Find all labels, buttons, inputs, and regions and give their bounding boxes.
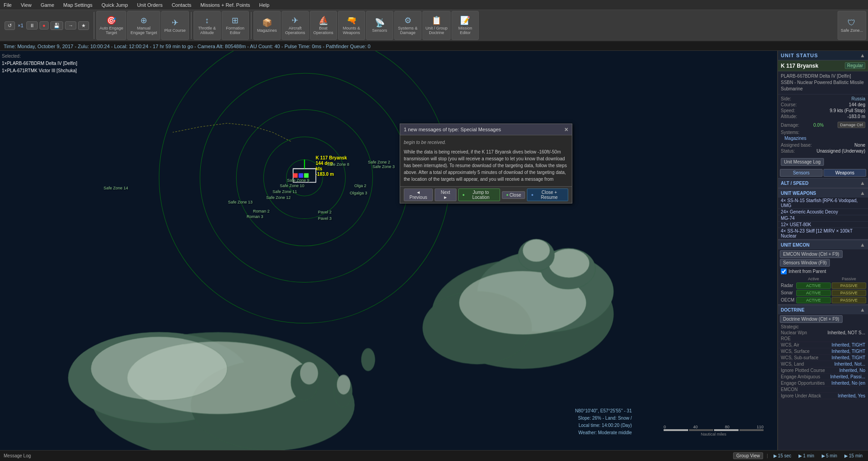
weapons-tab[interactable]: Weapons <box>823 169 866 177</box>
menu-help[interactable]: Help <box>257 2 271 8</box>
sensors-window-button[interactable]: Sensors Window (F9) <box>780 259 830 267</box>
menu-game[interactable]: Game <box>39 2 56 8</box>
plot-course-button[interactable]: ✈ Plot Course <box>161 11 189 40</box>
damage-value: 0.0% <box>813 123 824 128</box>
menu-map-settings[interactable]: Map Settings <box>61 2 94 8</box>
menu-unit-orders[interactable]: Unit Orders <box>135 2 164 8</box>
mission-editor-button[interactable]: 📝 MissionEditor <box>451 11 479 40</box>
boat-ops-button[interactable]: ⛵ BoatOperations <box>310 11 337 40</box>
boat-ops-label: BoatOperations <box>313 26 333 35</box>
map-area[interactable]: K 117 Bryansk 144 deg kts -183.0 m Safe … <box>0 51 777 450</box>
unit-name-header: K 117 Bryansk Regular <box>778 60 868 71</box>
unit-weapons-section: UNIT WEAPONS ▲ 4× SS-N-15 Starfish [RPK-… <box>778 188 868 240</box>
manual-engage-target-button[interactable]: ⊕ ManualEngage Target <box>127 11 160 40</box>
aircraft-ops-button[interactable]: ✈ AircraftOperations <box>282 11 309 40</box>
weapon-item-2[interactable]: MG-74 <box>778 215 868 222</box>
auto-engage-target-button[interactable]: 🎯 Auto EngageTarget <box>96 11 126 40</box>
weapon-item-4[interactable]: 4× SS-N-23 Skiff [12 MIRV × 100kT Nuclea… <box>778 228 868 239</box>
ignore-attack-label: Ignore Under Attack <box>781 393 821 398</box>
engage-ambiguous-label: Engage Ambiguous <box>781 374 820 379</box>
notification-close-button[interactable]: × <box>565 126 568 133</box>
time-5min-control[interactable]: ▶ 5 min <box>820 453 839 458</box>
menu-missions[interactable]: Missions + Ref. Points <box>198 2 252 8</box>
play-icon-15sec: ▶ <box>774 453 777 458</box>
safe-zone-button[interactable]: 🛡 Safe Zone... <box>838 11 866 40</box>
speed-value: 9.9 kts (Full Stop) <box>830 108 865 113</box>
unit-message-log-button[interactable]: Unit Message Log <box>781 158 824 166</box>
time-1min-control[interactable]: ▶ 1 min <box>797 453 816 458</box>
close-notification-button[interactable]: ● Close <box>502 191 525 199</box>
boat-icon: ⛵ <box>318 15 328 25</box>
alt-speed-header[interactable]: ALT / SPEED ▲ <box>778 178 868 188</box>
doctrine-header[interactable]: DOCTRINE ▲ <box>778 305 868 314</box>
previous-button[interactable]: ◄ Previous <box>404 188 433 201</box>
reset-button[interactable]: ↺ <box>5 21 15 30</box>
passive-header: Passive <box>832 276 866 282</box>
emcon-header[interactable]: UNIT EMCON ▲ <box>778 240 868 249</box>
sonar-active-button[interactable]: ACTIVE <box>796 290 831 296</box>
oecm-active-button[interactable]: ACTIVE <box>796 297 831 303</box>
collapse-status-button[interactable]: ▲ <box>860 52 865 59</box>
safe-zone-8-label: Safe Zone 8 <box>327 162 349 167</box>
status-row: Status: Unassigned (Underway) <box>781 149 865 154</box>
ignore-under-attack-row: Ignore Under Attack Inherited, Yes <box>778 393 868 399</box>
formation-editor-button[interactable]: ⊞ FormationEditor <box>222 11 249 40</box>
weapons-section-header[interactable]: UNIT WEAPONS ▲ <box>778 188 868 198</box>
wcs-sub-value: Inherited, TIGHT <box>832 355 865 360</box>
notification-text: begin to be received. <box>404 139 568 146</box>
jump-to-location-button[interactable]: ● Jump to Location <box>458 188 501 201</box>
wcs-air-label: WCS, Air <box>781 342 799 347</box>
export-button[interactable]: → <box>65 21 76 30</box>
notification-footer: ◄ Previous Next ► ● Jump to Location ● C… <box>400 186 572 203</box>
sonar-passive-button[interactable]: PASSIVE <box>832 290 866 296</box>
notification-header: 1 new messages of type: Special Messages… <box>400 124 572 135</box>
radar-passive-button[interactable]: PASSIVE <box>832 283 866 289</box>
emcon-collapse[interactable]: ▲ <box>860 242 865 248</box>
save-button[interactable]: 💾 <box>50 21 63 30</box>
weapon-item-0[interactable]: 4× SS-N-15 Starfish [RPK-6 Vodopad, UMG <box>778 198 868 209</box>
time-15min-control[interactable]: ▶ 15 min <box>843 453 864 458</box>
svg-rect-27 <box>293 173 298 178</box>
emcon-window-button[interactable]: EMCON Window (Ctrl + F9) <box>780 250 843 258</box>
weapons-collapse[interactable]: ▲ <box>860 190 865 196</box>
magazines-button[interactable]: 📦 Magazines <box>253 11 281 40</box>
weapon-item-3[interactable]: 12× USET-80K <box>778 222 868 228</box>
close-resume-button[interactable]: ● Close + Resume <box>527 188 568 201</box>
pause-button[interactable]: ⏸ <box>26 21 38 30</box>
sensors-tab[interactable]: Sensors <box>780 169 823 177</box>
local-time-text: Local time: 14:00:20 (Day) <box>575 422 632 429</box>
bookmark-button[interactable]: ★ <box>78 21 89 30</box>
doctrine-window-button[interactable]: Doctrine Window (Ctrl + F9) <box>780 315 843 323</box>
mounts-weapons-button[interactable]: 🔫 Mounts &Weapons <box>338 11 365 40</box>
unit-doctrine-button[interactable]: 📋 Unit / GroupDoctrine <box>422 11 451 40</box>
inherit-parent-checkbox[interactable] <box>781 268 787 274</box>
menu-contacts[interactable]: Contacts <box>170 2 193 8</box>
time-15sec-label: 15 sec <box>778 453 791 458</box>
engage-opp-label: Engage Opportunities <box>781 381 825 386</box>
bottom-bar: Message Log Group View | ▶ 15 sec ▶ 1 mi… <box>0 450 868 461</box>
lat-lon-text: N80°10'40", E57°25'55" - 31 <box>575 407 632 415</box>
strategic-label: Strategic <box>781 324 799 329</box>
svg-point-16 <box>549 248 590 278</box>
weapon-item-1[interactable]: 24× Generic Acoustic Decoy <box>778 209 868 215</box>
status-bar: Time: Monday, October 9, 2017 - Zulu: 10… <box>0 42 868 51</box>
doctrine-collapse[interactable]: ▲ <box>860 307 865 313</box>
sensors-button[interactable]: 📡 Sensors <box>366 11 393 40</box>
alt-speed-collapse[interactable]: ▲ <box>860 180 865 186</box>
menu-file[interactable]: File <box>2 2 14 8</box>
record-button[interactable]: ● <box>40 21 49 30</box>
systems-damage-button[interactable]: ⚙ Systems &Damage <box>394 11 422 40</box>
radar-active-button[interactable]: ACTIVE <box>796 283 831 289</box>
menu-quick-jump[interactable]: Quick Jump <box>100 2 130 8</box>
time-15sec-control[interactable]: ▶ 15 sec <box>772 453 793 458</box>
throttle-altitude-button[interactable]: ↕ Throttle &Altitude <box>193 11 221 40</box>
damage-ctrl-button[interactable]: Damage Ctrl <box>838 122 865 128</box>
oecm-passive-button[interactable]: PASSIVE <box>832 297 866 303</box>
coord-display: N80°10'40", E57°25'55" - 31 Slope: 26% -… <box>575 407 632 436</box>
wcs-sub-label: WCS, Sub-surface <box>781 355 818 360</box>
wcs-surface-label: WCS, Surface <box>781 349 809 354</box>
active-header: Active <box>796 276 831 282</box>
menu-view[interactable]: View <box>19 2 34 8</box>
next-button[interactable]: Next ► <box>435 188 456 201</box>
group-view-button[interactable]: Group View <box>733 452 763 459</box>
